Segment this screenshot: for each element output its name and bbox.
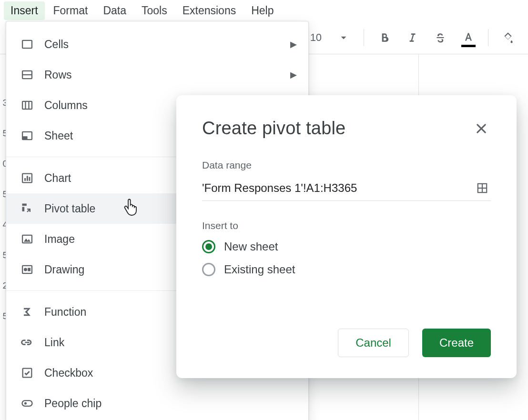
drawing-icon [18, 260, 37, 279]
svg-rect-0 [22, 40, 32, 48]
radio-indicator-icon [202, 263, 215, 276]
function-icon [18, 302, 37, 321]
menu-insert[interactable]: Insert [4, 1, 45, 20]
menuitem-label: People chip [44, 397, 297, 410]
svg-point-21 [24, 402, 27, 404]
insert-rows[interactable]: Rows ▶ [6, 60, 308, 90]
radio-indicator-icon [202, 240, 215, 253]
menuitem-label: Cells [44, 38, 290, 51]
data-range-input[interactable] [202, 180, 466, 197]
people-chip-icon [18, 394, 37, 413]
menu-data[interactable]: Data [96, 1, 133, 20]
insert-to-label: Insert to [202, 220, 491, 231]
checkbox-icon [18, 363, 37, 382]
strikethrough-button[interactable] [432, 29, 448, 46]
select-data-range-button[interactable] [474, 180, 491, 197]
svg-rect-12 [22, 204, 27, 206]
columns-icon [18, 96, 37, 115]
rows-icon [18, 65, 37, 84]
radio-new-sheet[interactable]: New sheet [202, 240, 491, 253]
svg-rect-20 [22, 400, 32, 406]
data-range-label: Data range [202, 160, 491, 171]
pivot-table-icon [18, 199, 37, 218]
svg-rect-11 [29, 177, 30, 181]
cells-icon [18, 35, 37, 54]
menuitem-label: Rows [44, 69, 290, 81]
svg-rect-13 [22, 207, 25, 211]
svg-rect-3 [22, 101, 32, 109]
chevron-right-icon: ▶ [290, 70, 297, 80]
svg-point-17 [24, 268, 27, 271]
image-icon [18, 230, 37, 249]
menu-extensions[interactable]: Extensions [176, 1, 243, 20]
svg-rect-9 [24, 178, 26, 181]
radio-existing-sheet[interactable]: Existing sheet [202, 263, 491, 276]
link-icon [18, 333, 37, 352]
svg-rect-10 [27, 176, 28, 181]
font-size-dropdown-icon[interactable] [335, 29, 352, 46]
insert-cells[interactable]: Cells ▶ [6, 29, 308, 60]
dialog-title: Create pivot table [202, 118, 345, 139]
close-button[interactable] [472, 119, 491, 138]
font-size-value[interactable]: 10 [310, 31, 322, 44]
fill-color-button[interactable] [500, 29, 517, 46]
menubar: Insert Format Data Tools Extensions Help [0, 0, 528, 21]
insert-people-chip[interactable]: People chip [6, 388, 308, 419]
svg-rect-18 [28, 268, 30, 271]
cancel-button[interactable]: Cancel [338, 329, 409, 357]
chevron-right-icon: ▶ [290, 39, 297, 50]
create-button[interactable]: Create [422, 329, 491, 357]
chart-icon [18, 169, 37, 188]
radio-label: Existing sheet [224, 263, 295, 276]
create-pivot-table-dialog: Create pivot table Data range Insert to … [176, 95, 517, 378]
menu-help[interactable]: Help [244, 1, 280, 20]
menu-format[interactable]: Format [47, 1, 95, 20]
menu-tools[interactable]: Tools [135, 1, 174, 20]
svg-marker-15 [24, 239, 30, 242]
sheet-icon [18, 126, 37, 145]
svg-rect-7 [22, 136, 28, 140]
toolbar-divider [488, 29, 488, 46]
radio-label: New sheet [224, 240, 278, 253]
text-color-button[interactable] [460, 29, 477, 46]
italic-button[interactable] [404, 29, 420, 46]
toolbar-divider [364, 29, 364, 46]
grid-icon [476, 182, 488, 194]
close-icon [475, 122, 488, 135]
bold-button[interactable] [376, 29, 392, 46]
